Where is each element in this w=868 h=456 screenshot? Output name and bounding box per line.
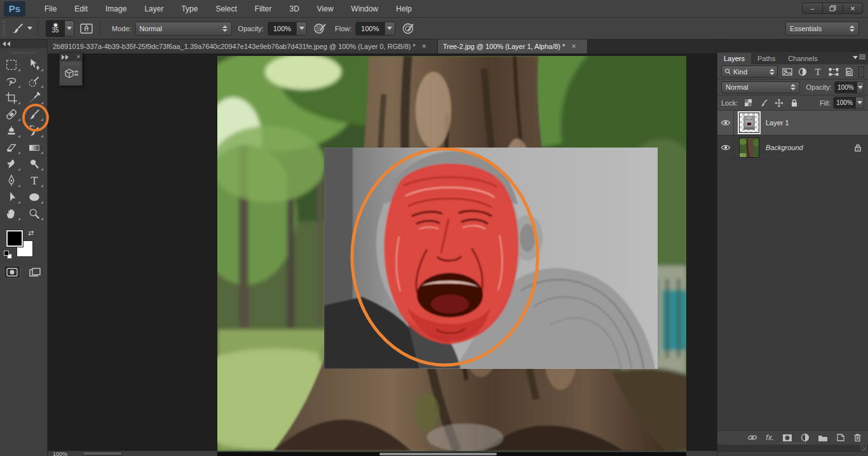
panel-menu-button[interactable] bbox=[853, 55, 865, 60]
tab-layers[interactable]: Layers bbox=[717, 53, 751, 64]
background-thumbnail[interactable] bbox=[739, 137, 759, 158]
link-layers-button[interactable] bbox=[747, 434, 757, 441]
quick-mask-button[interactable] bbox=[4, 266, 20, 279]
current-tool-preset[interactable] bbox=[11, 22, 32, 36]
delete-layer-button[interactable] bbox=[853, 433, 862, 442]
menu-layer[interactable]: Layer bbox=[135, 0, 172, 18]
foreground-color-swatch[interactable] bbox=[6, 230, 23, 247]
tool-gradient[interactable] bbox=[24, 139, 45, 156]
options-bar-grip[interactable] bbox=[1, 20, 7, 37]
float-panel-grip[interactable] bbox=[63, 62, 79, 66]
tool-spot-healing-brush[interactable] bbox=[1, 106, 22, 123]
tool-pen[interactable] bbox=[1, 172, 22, 189]
tool-history-brush[interactable] bbox=[24, 123, 45, 139]
tool-crop[interactable] bbox=[1, 90, 22, 106]
workspace-switcher[interactable]: Essentials bbox=[785, 22, 859, 36]
pressure-opacity-button[interactable] bbox=[312, 21, 329, 36]
tool-smudge[interactable] bbox=[1, 156, 22, 172]
tools-panel-grip[interactable] bbox=[11, 50, 36, 55]
lock-transparency-button[interactable] bbox=[743, 97, 754, 109]
tab-close-icon[interactable]: × bbox=[422, 43, 426, 50]
tab-paths[interactable]: Paths bbox=[751, 53, 782, 64]
tab-close-icon[interactable]: × bbox=[571, 43, 576, 50]
tab-channels[interactable]: Channels bbox=[782, 53, 824, 64]
toggle-brush-panel-button[interactable] bbox=[78, 21, 95, 36]
zoom-level-field[interactable]: 100% bbox=[53, 451, 67, 456]
document-info-box[interactable] bbox=[83, 452, 122, 455]
tool-brush[interactable] bbox=[24, 106, 45, 123]
menu-image[interactable]: Image bbox=[97, 0, 135, 18]
panel-cube-icon[interactable] bbox=[63, 67, 79, 81]
layer-row-layer1[interactable]: Layer 1 bbox=[717, 111, 868, 135]
portrait-photo[interactable] bbox=[324, 148, 658, 369]
menu-type[interactable]: Type bbox=[172, 0, 207, 18]
lock-position-button[interactable] bbox=[773, 97, 784, 109]
horizontal-scrollbar[interactable] bbox=[379, 453, 497, 455]
menu-file[interactable]: File bbox=[36, 0, 65, 18]
airbrush-button[interactable] bbox=[400, 21, 417, 36]
default-colors-button[interactable] bbox=[4, 251, 13, 259]
filter-adjustment-layers-button[interactable] bbox=[796, 66, 808, 78]
lock-all-button[interactable] bbox=[789, 97, 799, 109]
restore-button[interactable] bbox=[822, 3, 843, 14]
tool-hand[interactable] bbox=[1, 205, 22, 222]
new-group-button[interactable] bbox=[818, 434, 828, 442]
close-button[interactable]: ✕ bbox=[843, 3, 863, 14]
tool-quick-selection[interactable] bbox=[24, 73, 45, 90]
layer-styles-button[interactable]: fx. bbox=[766, 433, 774, 442]
blend-mode-dropdown[interactable]: Normal bbox=[135, 22, 232, 36]
filter-shape-layers-button[interactable] bbox=[827, 66, 839, 78]
layer-row-background[interactable]: Background bbox=[717, 135, 868, 160]
tool-lasso[interactable] bbox=[1, 73, 22, 90]
tool-dodge[interactable] bbox=[24, 156, 45, 172]
tool-type[interactable]: T bbox=[24, 172, 45, 189]
background-visibility-toggle[interactable] bbox=[717, 135, 734, 160]
flow-caret[interactable] bbox=[384, 22, 395, 35]
menu-help[interactable]: Help bbox=[387, 0, 421, 18]
layer-opacity-field[interactable]: 100% bbox=[834, 81, 864, 93]
filter-type-layers-button[interactable]: T bbox=[812, 66, 824, 78]
layer-blend-mode-dropdown[interactable]: Normal bbox=[721, 81, 800, 93]
layer-name[interactable]: Background bbox=[766, 144, 803, 151]
flow-dropdown[interactable]: 100% bbox=[355, 22, 395, 36]
brush-preset-caret[interactable] bbox=[65, 20, 74, 37]
filter-toggle-switch[interactable] bbox=[858, 66, 864, 78]
swap-colors-button[interactable]: ⇄ bbox=[28, 229, 34, 237]
adjustment-layer-button[interactable] bbox=[801, 433, 810, 442]
tool-eraser[interactable] bbox=[1, 139, 22, 156]
window-resize-grip[interactable] bbox=[860, 445, 867, 451]
tool-rectangular-marquee[interactable] bbox=[1, 57, 22, 73]
float-panel-close-button[interactable]: × bbox=[77, 54, 80, 60]
filter-smart-objects-button[interactable] bbox=[843, 66, 855, 78]
collapse-tools-button[interactable] bbox=[3, 41, 11, 46]
expand-panel-button[interactable] bbox=[62, 55, 69, 60]
layer-opacity-caret[interactable] bbox=[857, 82, 864, 93]
opacity-dropdown[interactable]: 100% bbox=[268, 22, 307, 36]
layer-name[interactable]: Layer 1 bbox=[766, 119, 789, 127]
screen-mode-button[interactable] bbox=[27, 266, 43, 279]
tool-clone-stamp[interactable] bbox=[1, 123, 22, 139]
layer1-visibility-toggle[interactable] bbox=[717, 111, 734, 135]
menu-window[interactable]: Window bbox=[342, 0, 388, 18]
opacity-caret[interactable] bbox=[296, 22, 306, 35]
tool-path-selection[interactable] bbox=[1, 189, 22, 205]
tool-ellipse-shape[interactable] bbox=[24, 189, 45, 205]
menu-view[interactable]: View bbox=[308, 0, 342, 18]
add-layer-mask-button[interactable] bbox=[782, 434, 792, 442]
menu-3d[interactable]: 3D bbox=[280, 0, 308, 18]
layer1-thumbnail[interactable] bbox=[739, 113, 759, 133]
menu-select[interactable]: Select bbox=[207, 0, 245, 18]
document-tab-1[interactable]: 2b891019-337a-4b39-b35f-25f9dc73f6aa_1.3… bbox=[48, 39, 438, 53]
new-layer-button[interactable] bbox=[836, 433, 845, 442]
layer-filter-dropdown[interactable]: Kind bbox=[721, 66, 778, 78]
tool-move[interactable] bbox=[24, 57, 45, 73]
minimize-button[interactable]: – bbox=[802, 3, 822, 14]
tool-zoom[interactable] bbox=[24, 205, 45, 222]
menu-edit[interactable]: Edit bbox=[65, 0, 97, 18]
brush-preset-picker[interactable]: 35 bbox=[46, 20, 74, 37]
lock-pixels-button[interactable] bbox=[758, 97, 769, 109]
filter-pixel-layers-button[interactable] bbox=[781, 66, 793, 78]
fill-field[interactable]: 100% bbox=[833, 97, 864, 109]
fill-caret[interactable] bbox=[855, 97, 864, 108]
document-tab-2[interactable]: Tree-2.jpg @ 100% (Layer 1, Alpha/8) * × bbox=[438, 39, 588, 53]
